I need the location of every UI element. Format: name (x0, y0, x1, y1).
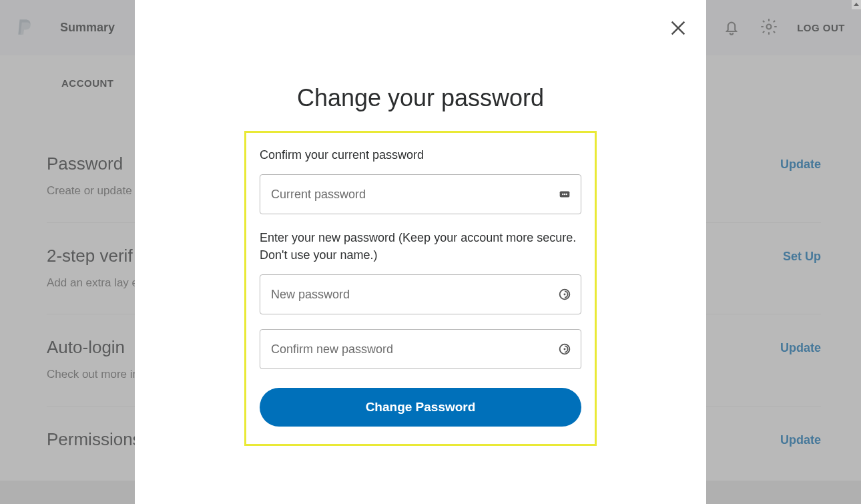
svg-point-4 (562, 194, 563, 195)
new-password-field (260, 274, 581, 314)
svg-point-6 (566, 194, 567, 195)
change-password-modal: Change your password Confirm your curren… (135, 0, 706, 504)
enter-new-label: Enter your new password (Keep your accou… (260, 229, 581, 264)
confirm-new-password-input[interactable] (260, 329, 581, 369)
current-password-field (260, 174, 581, 214)
current-password-input[interactable] (260, 174, 581, 214)
password-suggest-icon[interactable] (557, 342, 572, 356)
confirm-current-label: Confirm your current password (260, 146, 581, 164)
svg-point-8 (564, 294, 566, 296)
password-form-highlight: Confirm your current password Enter your… (244, 131, 597, 446)
modal-title: Change your password (297, 84, 544, 112)
password-suggest-icon[interactable] (557, 287, 572, 302)
close-icon[interactable] (669, 19, 687, 37)
scrollbar-up-arrow[interactable] (852, 0, 861, 9)
password-manager-icon[interactable] (557, 187, 572, 202)
svg-point-5 (564, 194, 565, 195)
new-password-input[interactable] (260, 274, 581, 314)
svg-point-10 (564, 348, 566, 350)
change-password-button[interactable]: Change Password (260, 388, 581, 427)
confirm-new-password-field (260, 329, 581, 369)
